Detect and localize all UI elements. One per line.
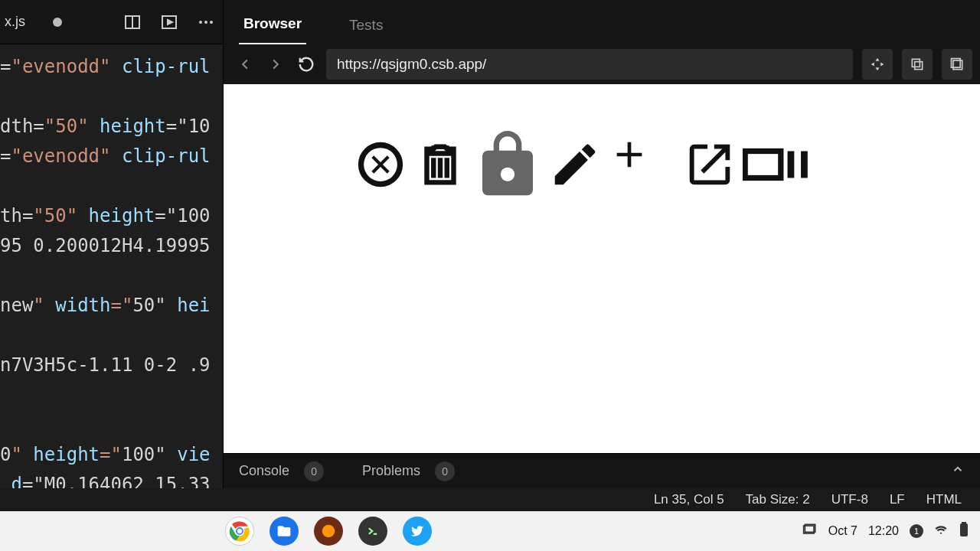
svg-rect-27 bbox=[960, 523, 968, 536]
editor-tab-label: x.js bbox=[5, 14, 25, 30]
svg-point-21 bbox=[237, 529, 242, 533]
terminal-app-icon[interactable] bbox=[358, 517, 387, 546]
svg-rect-18 bbox=[801, 152, 808, 178]
add-plus-icon bbox=[608, 133, 651, 176]
tray-time[interactable]: 12:20 bbox=[868, 524, 899, 538]
nav-forward-icon[interactable] bbox=[265, 54, 286, 75]
svg-rect-26 bbox=[962, 522, 966, 523]
svg-rect-12 bbox=[912, 59, 920, 67]
panel-toggle-chevron-icon[interactable] bbox=[951, 462, 965, 480]
wifi-icon[interactable] bbox=[934, 523, 948, 540]
move-tool-icon[interactable] bbox=[862, 49, 893, 80]
firefox-app-icon[interactable] bbox=[314, 517, 343, 546]
status-eol[interactable]: LF bbox=[890, 492, 905, 507]
editor-actions bbox=[123, 13, 215, 31]
trash-icon bbox=[413, 138, 467, 191]
console-count-badge: 0 bbox=[304, 461, 324, 481]
svg-rect-11 bbox=[915, 62, 923, 70]
panel-tab-problems[interactable]: Problems 0 bbox=[362, 461, 455, 481]
svg-rect-15 bbox=[431, 145, 449, 148]
tab-browser[interactable]: Browser bbox=[239, 5, 306, 44]
code-line bbox=[0, 380, 223, 410]
tab-tests[interactable]: Tests bbox=[345, 6, 387, 44]
svg-point-5 bbox=[204, 21, 207, 24]
edit-pencil-icon bbox=[548, 138, 602, 191]
bottom-panel: Console 0 Problems 0 bbox=[224, 453, 980, 488]
code-line: dth="50" height="10 bbox=[0, 112, 223, 142]
lock-icon bbox=[473, 122, 542, 207]
tray-notification-badge[interactable]: 1 bbox=[910, 524, 923, 538]
status-tabsize[interactable]: Tab Size: 2 bbox=[746, 492, 810, 507]
screen: x.js ="evenodd" clip-ruldth="50" height=… bbox=[0, 0, 980, 551]
taskbar-apps bbox=[225, 517, 432, 546]
status-bar: Ln 35, Col 5 Tab Size: 2 UTF-8 LF HTML bbox=[0, 488, 980, 511]
os-taskbar: Oct 7 12:20 1 bbox=[0, 511, 980, 551]
files-app-icon[interactable] bbox=[270, 517, 299, 546]
code-line bbox=[0, 82, 223, 112]
svg-rect-16 bbox=[745, 152, 781, 178]
tray-overview-icon[interactable] bbox=[802, 522, 818, 540]
open-in-new-icon bbox=[683, 138, 737, 191]
code-line: th="50" height="100 bbox=[0, 201, 223, 231]
editor-tab-bar: x.js bbox=[0, 0, 223, 44]
svg-point-6 bbox=[210, 21, 213, 24]
more-ellipsis-icon[interactable] bbox=[197, 13, 215, 31]
status-cursor[interactable]: Ln 35, Col 5 bbox=[654, 492, 724, 507]
editor-column: x.js ="evenodd" clip-ruldth="50" height=… bbox=[0, 0, 223, 488]
console-label: Console bbox=[239, 463, 289, 478]
code-line: ="evenodd" clip-rul bbox=[0, 52, 223, 82]
editor-tab-active[interactable]: x.js bbox=[0, 0, 70, 44]
preview-column: Browser Tests bbox=[223, 0, 980, 488]
burst-mode-icon bbox=[743, 138, 810, 191]
preview-play-icon[interactable] bbox=[160, 13, 178, 31]
open-external-icon[interactable] bbox=[942, 49, 972, 80]
nav-back-icon[interactable] bbox=[234, 54, 256, 75]
svg-marker-3 bbox=[168, 20, 172, 24]
copy-icon[interactable] bbox=[902, 49, 933, 80]
code-line bbox=[0, 410, 223, 440]
code-line bbox=[0, 321, 223, 350]
url-input[interactable] bbox=[326, 49, 853, 80]
system-tray: Oct 7 12:20 1 bbox=[802, 522, 969, 540]
status-encoding[interactable]: UTF-8 bbox=[831, 492, 868, 507]
code-line: 95 0.200012H4.19995 bbox=[0, 231, 223, 261]
browser-viewport bbox=[224, 84, 980, 453]
code-line bbox=[0, 171, 223, 201]
code-line: d="M0.164062 15.33 bbox=[0, 470, 223, 488]
reload-icon[interactable] bbox=[296, 54, 317, 75]
svg-point-4 bbox=[199, 21, 202, 24]
cancel-circle-icon bbox=[354, 138, 407, 191]
code-line: n7V3H5c-1.11 0-2 .9 bbox=[0, 350, 223, 380]
code-line: 0" height="100" vie bbox=[0, 440, 223, 470]
problems-label: Problems bbox=[362, 463, 420, 478]
svg-point-22 bbox=[322, 525, 335, 538]
status-language[interactable]: HTML bbox=[926, 492, 962, 507]
app-icon-row bbox=[354, 122, 810, 207]
svg-marker-8 bbox=[876, 67, 880, 70]
preview-tab-bar: Browser Tests bbox=[224, 0, 980, 44]
panel-tab-console[interactable]: Console 0 bbox=[239, 461, 324, 481]
browser-toolbar bbox=[224, 44, 980, 84]
svg-marker-7 bbox=[876, 58, 880, 61]
code-line: ="evenodd" clip-rul bbox=[0, 142, 223, 171]
battery-icon[interactable] bbox=[959, 522, 969, 540]
tray-date[interactable]: Oct 7 bbox=[828, 524, 858, 538]
code-editor[interactable]: ="evenodd" clip-ruldth="50" height="10="… bbox=[0, 44, 223, 488]
unsaved-dot-icon bbox=[53, 18, 62, 27]
code-line bbox=[0, 261, 223, 291]
problems-count-badge: 0 bbox=[435, 461, 455, 481]
code-line: new" width="50" hei bbox=[0, 291, 223, 321]
chrome-app-icon[interactable] bbox=[225, 517, 254, 546]
twitter-app-icon[interactable] bbox=[403, 517, 432, 546]
workbench: x.js ="evenodd" clip-ruldth="50" height=… bbox=[0, 0, 980, 488]
svg-marker-10 bbox=[880, 63, 884, 67]
split-editor-icon[interactable] bbox=[123, 13, 142, 31]
svg-marker-9 bbox=[871, 63, 874, 67]
svg-rect-17 bbox=[788, 152, 795, 178]
